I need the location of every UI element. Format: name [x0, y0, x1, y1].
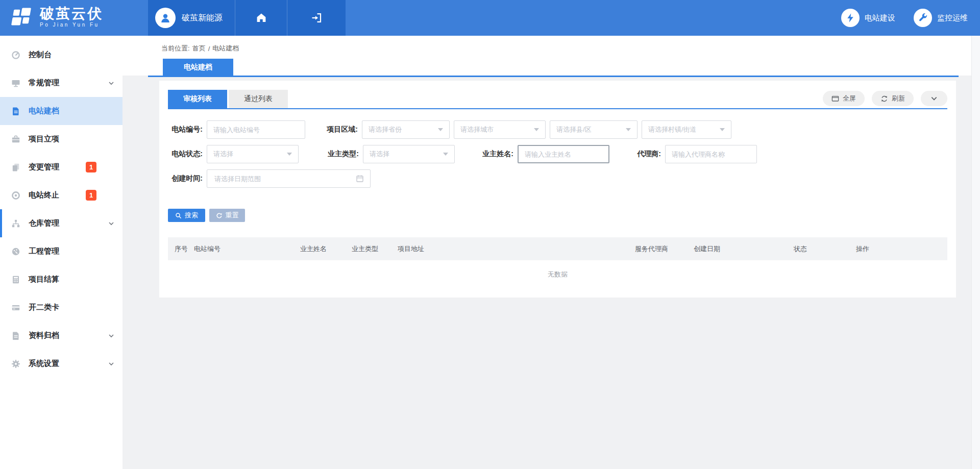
brand-logo: 破茧云伏 Po Jian Yun Fu: [10, 6, 103, 28]
filter-form: 电站编号: 项目区域: 请选择省份 请选择城市 请选择县/区 请选择村镇/街道: [168, 120, 947, 188]
sidebar-item-system-settings[interactable]: 系统设置: [0, 350, 122, 378]
header-nav-band: 破茧新能源: [148, 0, 346, 36]
quick-link-station-build[interactable]: 电站建设: [841, 9, 895, 27]
chevron-down-icon: [930, 95, 938, 102]
breadcrumb-bar: 当前位置: 首页 / 电站建档 电站建档: [122, 36, 971, 76]
date-range-picker[interactable]: [207, 169, 371, 188]
county-select[interactable]: 请选择县/区: [550, 120, 638, 139]
filter-actions: 搜索 重置: [168, 209, 947, 222]
agent-label: 代理商:: [609, 150, 665, 159]
column-header-owner-type: 业主类型: [345, 244, 391, 254]
header-quick-links: 电站建设 监控运维: [841, 0, 968, 36]
sign-out-button[interactable]: [287, 0, 346, 36]
sidebar-item-open-type2-card[interactable]: 开二类卡: [0, 293, 122, 322]
sidebar-item-general-mgmt[interactable]: 常规管理: [0, 69, 122, 97]
created-time-label: 创建时间:: [168, 174, 207, 183]
vertical-scrollbar[interactable]: [971, 36, 980, 469]
caret-down-icon: [443, 153, 448, 156]
region-label: 项目区域:: [305, 125, 362, 134]
monitor-icon: [11, 79, 20, 88]
list-card: 审核列表 通过列表 全屏: [159, 81, 956, 298]
caret-down-icon: [626, 128, 631, 131]
user-menu[interactable]: 破茧新能源: [148, 0, 235, 36]
caret-down-icon: [438, 128, 443, 131]
station-status-select[interactable]: 请选择: [207, 145, 299, 163]
village-select[interactable]: 请选择村镇/街道: [642, 120, 731, 139]
sign-out-icon: [310, 12, 323, 24]
sidebar-item-project-settlement[interactable]: 项目结算: [0, 265, 122, 293]
filter-row-3: 创建时间:: [168, 169, 947, 188]
user-name: 破茧新能源: [182, 13, 223, 23]
page-tab-underline: [148, 76, 959, 77]
refresh-button[interactable]: 刷新: [872, 91, 914, 106]
filter-row-1: 电站编号: 项目区域: 请选择省份 请选择城市 请选择县/区 请选择村镇/街道: [168, 120, 947, 139]
quick-link-label: 监控运维: [937, 13, 968, 23]
fullscreen-icon: [831, 95, 839, 103]
briefcase-icon: [11, 135, 20, 144]
refresh-icon: [880, 95, 888, 103]
notification-badge: 1: [86, 190, 96, 201]
home-icon: [255, 12, 267, 24]
card-icon: [11, 303, 20, 312]
fullscreen-button[interactable]: 全屏: [823, 91, 865, 106]
column-header-created-date: 创建日期: [687, 244, 787, 254]
station-no-input[interactable]: [207, 120, 305, 139]
sidebar-item-warehouse-mgmt[interactable]: 仓库管理: [0, 209, 122, 237]
tab-passed-list[interactable]: 通过列表: [229, 90, 288, 108]
main-content: 当前位置: 首页 / 电站建档 电站建档 审核列表 通过列表 全屏: [122, 36, 980, 469]
logo-icon: [10, 6, 33, 28]
table-empty-state: 无数据: [168, 260, 947, 288]
sidebar-item-change-mgmt[interactable]: 变更管理 1: [0, 153, 122, 181]
sidebar-item-console[interactable]: 控制台: [0, 41, 122, 69]
column-header-index: 序号: [168, 244, 187, 254]
city-select[interactable]: 请选择城市: [454, 120, 546, 139]
lightning-icon: [841, 9, 860, 27]
table-header: 序号 电站编号 业主姓名 业主类型 项目地址 服务代理商 创建日期 状态 操作: [168, 237, 947, 260]
sidebar-item-project-initiation[interactable]: 项目立项: [0, 125, 122, 153]
owner-name-label: 业主姓名:: [455, 150, 518, 159]
breadcrumb-separator: /: [208, 45, 210, 53]
province-select[interactable]: 请选择省份: [362, 120, 450, 139]
calendar-icon: [356, 175, 364, 183]
calculator-icon: [11, 275, 20, 284]
date-range-input[interactable]: [213, 175, 341, 183]
gear-icon: [11, 359, 20, 368]
sidebar-item-station-archive[interactable]: 电站建档: [0, 97, 122, 125]
station-status-label: 电站状态:: [168, 150, 207, 159]
gauge-icon: [11, 247, 20, 256]
sidebar-item-engineering-mgmt[interactable]: 工程管理: [0, 237, 122, 265]
station-no-label: 电站编号:: [168, 125, 207, 134]
reset-button[interactable]: 重置: [209, 209, 245, 222]
page-tab-station-archive[interactable]: 电站建档: [163, 59, 233, 76]
collapse-toolbar-button[interactable]: [921, 91, 947, 106]
sitemap-icon: [11, 219, 20, 228]
target-icon: [11, 191, 20, 200]
sidebar-item-station-termination[interactable]: 电站终止 1: [0, 181, 122, 209]
chevron-down-icon: [108, 361, 114, 367]
breadcrumb-home-link[interactable]: 首页: [192, 44, 206, 53]
tab-review-list[interactable]: 审核列表: [168, 90, 227, 108]
avatar: [155, 8, 176, 28]
home-button[interactable]: [235, 0, 287, 36]
owner-name-input[interactable]: [518, 145, 609, 163]
sidebar-item-data-archive[interactable]: 资料归档: [0, 322, 122, 350]
app-window: 破茧云伏 Po Jian Yun Fu 破茧新能源: [0, 0, 980, 469]
column-header-status: 状态: [787, 244, 849, 254]
quick-link-monitor-ops[interactable]: 监控运维: [914, 9, 968, 27]
dashboard-icon: [11, 51, 20, 60]
quick-link-label: 电站建设: [865, 13, 895, 23]
search-icon: [175, 212, 182, 219]
search-button[interactable]: 搜索: [168, 209, 205, 222]
logo-title: 破茧云伏: [40, 6, 103, 21]
filter-row-2: 电站状态: 请选择 业主类型: 请选择 业主姓名: 代理商:: [168, 145, 947, 163]
chevron-down-icon: [108, 333, 114, 339]
caret-down-icon: [534, 128, 539, 131]
breadcrumb-prefix: 当前位置:: [161, 44, 190, 53]
caret-down-icon: [287, 153, 292, 156]
sidebar: 控制台 常规管理 电站建档: [0, 36, 122, 469]
agent-input[interactable]: [665, 145, 757, 163]
owner-type-select[interactable]: 请选择: [363, 145, 455, 163]
top-header: 破茧云伏 Po Jian Yun Fu 破茧新能源: [0, 0, 980, 36]
card-toolbar: 全屏 刷新: [823, 91, 947, 106]
document-icon: [11, 107, 20, 116]
